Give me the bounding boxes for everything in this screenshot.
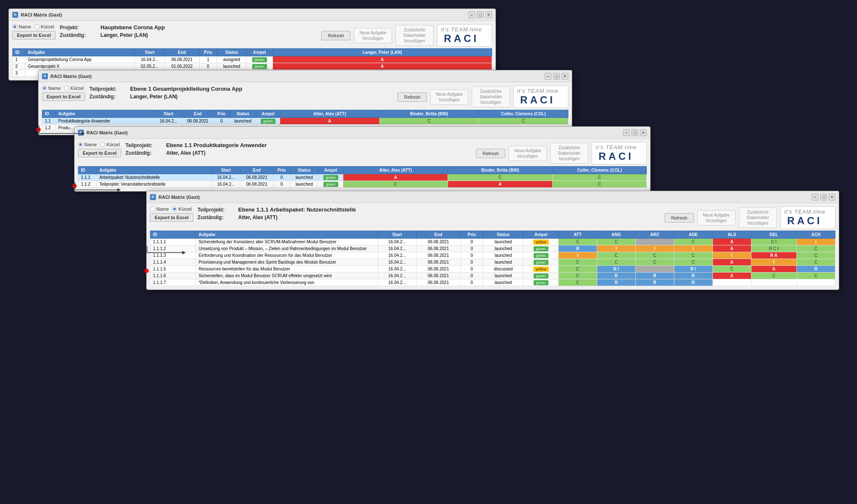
refresh-btn-2[interactable]: Refresh [398,92,427,102]
logo-1: it's TEAM.time RACI [437,24,492,47]
radio-name-circle-3[interactable] [78,142,83,147]
zustandig-row-1: Zuständig: Langer, Peter (LAN) [60,32,317,38]
radio-kurzel-circle-1[interactable] [34,24,39,29]
refresh-btn-3[interactable]: Refresh [476,149,505,158]
cell-r-arc: C [635,252,674,259]
cell-raci-att: A [343,174,448,181]
title-left-3: R RACI Matrix (Gast) [78,130,128,136]
minimize-btn-4[interactable]: ‒ [812,194,818,200]
table-row[interactable]: 1.1.1.2 Umsetzung von Produkt – Mission,… [150,245,835,252]
refresh-btn-4[interactable]: Refresh [665,213,694,223]
table-row[interactable]: 1.1.1.6 Sicherstellen, dass im Modul Ben… [150,273,835,279]
table-row[interactable]: 1.1.1.7 *Definition, Anwendung und konti… [150,279,835,286]
minimize-btn-2[interactable]: ‒ [545,73,551,80]
restore-btn-4[interactable]: ◻ [820,194,827,200]
cell-start: 02.05.2... [135,63,165,70]
export-btn-4[interactable]: Export to Excel [150,213,193,222]
cell-r-del: I [751,259,796,266]
neue-aufgabe-btn-3[interactable]: Neue Aufgabe hinzufügen [509,146,547,161]
radio-name-circle-2[interactable] [42,86,47,91]
zustandig-value-4: Atter, Alex (ATT) [238,214,278,220]
cell-r-als: C [712,266,751,273]
red-dot-3 [72,184,77,188]
radio-name-circle-1[interactable] [12,24,17,29]
radio-kurzel-circle-2[interactable] [64,86,69,91]
stakeholder-btn-3[interactable]: Zusätzliche Stakeholder hinzufügen [550,143,588,164]
th-bin-2: Binder, Britta (BIN) [379,110,479,118]
radio-kurzel-circle-4[interactable] [172,206,177,212]
close-btn-1[interactable]: ✕ [485,11,492,18]
close-btn-3[interactable]: ✕ [640,129,647,136]
restore-btn-3[interactable]: ◻ [632,129,638,136]
cell-r-ang: R I [597,266,635,273]
radio-name-4[interactable]: Name [150,206,169,212]
controls-2: Name Kürzel Export to Excel [42,86,85,101]
zustandig-value-1: Langer, Peter (LAN) [100,32,148,38]
restore-btn-2[interactable]: ◻ [553,73,560,80]
cell-prio: 0 [460,266,483,273]
radio-kurzel-4[interactable]: Kürzel [172,206,192,212]
table-row[interactable]: 1 Gesamtprojektleitung Corona App 16.04.… [13,56,492,63]
table-row[interactable]: 1.1.2 Teilprojekt: Veranstalterschnittst… [78,181,647,188]
radio-kurzel-1[interactable]: Kürzel [34,24,54,29]
cell-end: 01.06.2022 [165,63,200,70]
cell-r-als: A [712,259,751,266]
th-end-4: End [416,231,460,239]
cell-id: 1.1.1.7 [150,279,196,286]
radio-name-circle-4[interactable] [150,206,155,212]
th-status-2: Status [230,110,256,118]
neue-aufgabe-btn-4[interactable]: Neue Aufgabe hinzufügen [697,210,735,226]
cell-ampel: yellow [523,239,559,245]
table-row[interactable]: 1.1.1.1 Sicherstellung der Konsistenz al… [150,239,835,245]
stakeholder-btn-4[interactable]: Zusätzliche Stakeholder hinzufügen [739,207,777,228]
export-btn-1[interactable]: Export to Excel [12,31,56,39]
stakeholder-btn-2[interactable]: Zusätzliche Stakeholder hinzufügen [472,86,510,107]
radio-name-1[interactable]: Name [12,24,31,29]
cell-r-ang: I [597,245,635,252]
radio-name-2[interactable]: Name [42,86,61,91]
refresh-btn-1[interactable]: Refresh [321,31,351,40]
radio-group-2: Name Kürzel [42,86,85,91]
minimize-btn-1[interactable]: ‒ [468,11,475,18]
cell-status: launched [483,239,523,245]
th-aufgabe-1: Aufgabe [25,49,135,56]
neue-aufgabe-btn-1[interactable]: Neue Aufgabe hinzufügen [354,28,392,43]
table-row[interactable]: 1.1 Produktkategorie Anwender 16.04.2...… [42,118,568,125]
close-btn-2[interactable]: ✕ [562,73,568,80]
table-row[interactable]: 1.1.1 Arbeitspaket: Nutzerschnittstelle … [78,174,647,181]
cell-r-att: C [559,259,597,266]
controls-1: Name Kürzel Export to Excel [12,24,56,39]
neue-aufgabe-btn-2[interactable]: Neue Aufgabe hinzufügen [430,89,468,105]
zustandig-label-4: Zuständig: [198,214,236,220]
minimize-btn-3[interactable]: ‒ [623,129,630,136]
logo-line1-1: it's TEAM.time [441,26,482,33]
radio-name-3[interactable]: Name [78,142,97,147]
cell-r-ade: I [674,245,712,252]
th-col-3: Coller, Clemens (COL) [552,167,646,174]
cell-r-ade: C [674,259,712,266]
cell-id: 1.1.1 [78,174,97,181]
cell-r-att: C [559,273,597,279]
title-controls-4: ‒ ◻ ✕ [812,194,835,200]
radio-kurzel-3[interactable]: Kürzel [100,142,120,147]
close-btn-4[interactable]: ✕ [829,194,835,200]
cell-id: 1.1.2 [78,181,97,188]
cell-id: 1 [13,56,25,63]
cell-status: launched [483,259,523,266]
cell-end: 06.08.2021 [240,174,273,181]
cell-r-arc: I [635,245,674,252]
table-row[interactable]: 2 Gesamtprojekt X 02.05.2... 01.06.2022 … [13,63,492,70]
table-row[interactable]: 1.1.1.4 Priorisierung und Management des… [150,259,835,266]
radio-kurzel-circle-3[interactable] [100,142,105,147]
export-btn-3[interactable]: Export to Excel [78,149,121,157]
stakeholder-btn-1[interactable]: Zusätzliche Stakeholder hinzufügen [395,25,434,46]
table-row[interactable]: 1.1.1.5 Ressourcen bereitstellen für das… [150,266,835,273]
th-end-2: End [182,110,214,118]
th-end-3: End [240,167,273,174]
export-btn-2[interactable]: Export to Excel [42,92,85,101]
th-ampel-2: Ampel [256,110,280,118]
table-row[interactable]: 1.1.1.3 Einforderung und Koordination de… [150,252,835,259]
restore-btn-1[interactable]: ◻ [477,11,484,18]
cell-r-als: A [712,245,751,252]
radio-kurzel-2[interactable]: Kürzel [64,86,83,91]
